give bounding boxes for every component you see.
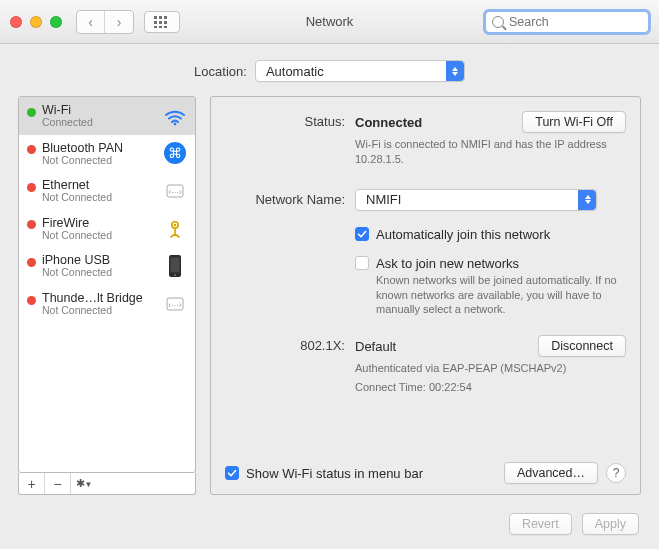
ask-join-checkbox[interactable] xyxy=(355,256,369,270)
body: Wi-Fi Connected Bluetooth PAN Not Connec… xyxy=(0,96,659,505)
auto-join-label: Automatically join this network xyxy=(376,227,550,242)
help-button[interactable]: ? xyxy=(606,463,626,483)
svg-rect-7 xyxy=(159,26,162,28)
svg-rect-8 xyxy=(164,26,167,28)
ask-join-label: Ask to join new networks xyxy=(376,256,626,271)
status-dot-icon xyxy=(27,108,36,117)
network-name-popup[interactable]: NMIFI xyxy=(355,189,597,211)
svg-point-16 xyxy=(174,274,176,276)
footer: Revert Apply xyxy=(0,505,659,549)
auto-join-checkbox-row[interactable]: Automatically join this network xyxy=(355,227,626,242)
svg-rect-3 xyxy=(154,21,157,24)
wifi-toggle-button[interactable]: Turn Wi-Fi Off xyxy=(522,111,626,133)
show-menu-checkbox[interactable] xyxy=(225,466,239,480)
service-list[interactable]: Wi-Fi Connected Bluetooth PAN Not Connec… xyxy=(18,96,196,473)
forward-button[interactable]: › xyxy=(105,11,133,33)
svg-rect-15 xyxy=(171,257,180,272)
service-status: Connected xyxy=(42,117,157,129)
chevron-updown-icon xyxy=(578,190,596,210)
svg-rect-1 xyxy=(159,16,162,19)
back-button[interactable]: ‹ xyxy=(77,11,105,33)
service-firewire[interactable]: FireWire Not Connected xyxy=(19,210,195,248)
close-icon[interactable] xyxy=(10,16,22,28)
location-popup[interactable]: Automatic xyxy=(255,60,465,82)
service-wifi[interactable]: Wi-Fi Connected xyxy=(19,97,195,135)
svg-rect-2 xyxy=(164,16,167,19)
show-menu-label: Show Wi-Fi status in menu bar xyxy=(246,466,423,481)
chevron-updown-icon xyxy=(446,61,464,81)
location-row: Location: Automatic xyxy=(0,44,659,96)
add-service-button[interactable]: + xyxy=(19,473,45,494)
ask-join-checkbox-row[interactable]: Ask to join new networks Known networks … xyxy=(355,256,626,318)
show-all-button[interactable] xyxy=(144,11,180,33)
svg-text:‹···›: ‹···› xyxy=(168,187,182,197)
status-value: Connected xyxy=(355,115,422,130)
sidebar: Wi-Fi Connected Bluetooth PAN Not Connec… xyxy=(18,96,196,495)
sidebar-footer: + − ✱▼ xyxy=(18,473,196,495)
service-name: Ethernet xyxy=(42,178,157,192)
svg-rect-6 xyxy=(154,26,157,28)
nav-buttons: ‹ › xyxy=(76,10,134,34)
chevron-down-icon: ▼ xyxy=(85,480,93,489)
dot1x-desc-2: Connect Time: 00:22:54 xyxy=(355,380,626,395)
dot1x-value: Default xyxy=(355,339,396,354)
service-name: Bluetooth PAN xyxy=(42,141,157,155)
svg-rect-4 xyxy=(159,21,162,24)
auto-join-checkbox[interactable] xyxy=(355,227,369,241)
status-dot-icon xyxy=(27,145,36,154)
service-status: Not Connected xyxy=(42,267,157,279)
service-bluetooth-pan[interactable]: Bluetooth PAN Not Connected ⌘ xyxy=(19,135,195,173)
status-dot-icon xyxy=(27,296,36,305)
service-status: Not Connected xyxy=(42,230,157,242)
firewire-icon xyxy=(163,216,187,240)
wifi-icon xyxy=(163,104,187,128)
network-prefs-window: ‹ › Network Location: Automatic xyxy=(0,0,659,549)
minimize-icon[interactable] xyxy=(30,16,42,28)
svg-text:‹···›: ‹···› xyxy=(168,300,182,310)
show-menu-checkbox-row[interactable]: Show Wi-Fi status in menu bar xyxy=(225,466,423,481)
dot1x-label: 802.1X: xyxy=(225,335,345,353)
service-name: Wi-Fi xyxy=(42,103,157,117)
zoom-icon[interactable] xyxy=(50,16,62,28)
grid-icon xyxy=(154,16,170,28)
dot1x-desc-1: Authenticated via EAP-PEAP (MSCHAPv2) xyxy=(355,361,626,376)
advanced-button[interactable]: Advanced… xyxy=(504,462,598,484)
status-dot-icon xyxy=(27,258,36,267)
network-name-label: Network Name: xyxy=(225,189,345,207)
iphone-icon xyxy=(163,254,187,278)
search-field[interactable] xyxy=(485,11,649,33)
apply-button[interactable]: Apply xyxy=(582,513,639,535)
svg-point-13 xyxy=(174,224,177,227)
ethernet-icon: ‹···› xyxy=(163,179,187,203)
service-actions-button[interactable]: ✱▼ xyxy=(71,473,97,494)
check-icon xyxy=(357,229,367,239)
gear-icon: ✱ xyxy=(76,477,85,489)
titlebar: ‹ › Network xyxy=(0,0,659,44)
service-status: Not Connected xyxy=(42,155,157,167)
service-thunderbolt-bridge[interactable]: Thunde…lt Bridge Not Connected ‹···› xyxy=(19,285,195,323)
revert-button[interactable]: Revert xyxy=(509,513,572,535)
service-name: iPhone USB xyxy=(42,253,157,267)
service-ethernet[interactable]: Ethernet Not Connected ‹···› xyxy=(19,172,195,210)
network-name-value: NMIFI xyxy=(366,192,401,207)
dot1x-disconnect-button[interactable]: Disconnect xyxy=(538,335,626,357)
service-name: Thunde…lt Bridge xyxy=(42,291,157,305)
bluetooth-icon: ⌘ xyxy=(163,141,187,165)
check-icon xyxy=(227,468,237,478)
search-input[interactable] xyxy=(509,15,642,29)
location-label: Location: xyxy=(194,64,247,79)
status-dot-icon xyxy=(27,183,36,192)
detail-pane: Status: Connected Turn Wi-Fi Off Wi-Fi i… xyxy=(210,96,641,495)
service-iphone-usb[interactable]: iPhone USB Not Connected xyxy=(19,247,195,285)
svg-point-9 xyxy=(174,122,177,125)
status-label: Status: xyxy=(225,111,345,129)
service-name: FireWire xyxy=(42,216,157,230)
search-icon xyxy=(492,16,504,28)
service-status: Not Connected xyxy=(42,192,157,204)
svg-rect-0 xyxy=(154,16,157,19)
location-value: Automatic xyxy=(266,64,324,79)
window-controls xyxy=(10,16,62,28)
status-desc: Wi-Fi is connected to NMIFI and has the … xyxy=(355,137,626,167)
svg-rect-5 xyxy=(164,21,167,24)
remove-service-button[interactable]: − xyxy=(45,473,71,494)
